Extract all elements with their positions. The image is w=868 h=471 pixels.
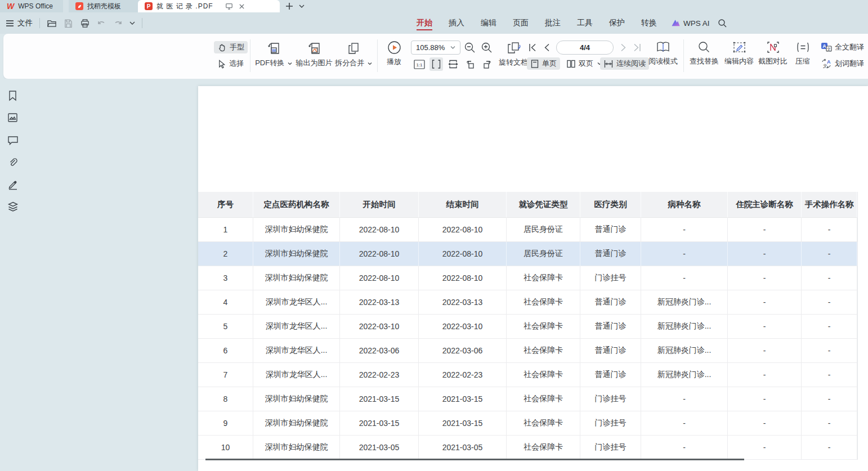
export-image-button[interactable]: 输出为图片 bbox=[294, 41, 334, 68]
thumbnail-icon[interactable] bbox=[7, 113, 18, 123]
edit-content-label: 编辑内容 bbox=[724, 56, 754, 66]
screenshot-compare-button[interactable]: 截图对比 bbox=[757, 41, 789, 66]
bookmark-icon[interactable] bbox=[7, 90, 18, 101]
table-cell: 新冠肺炎门诊... bbox=[641, 363, 728, 387]
tab-docer-templates[interactable]: 找稻壳模板 bbox=[69, 0, 142, 12]
pdf-convert-button[interactable]: W PDF转换 bbox=[256, 41, 292, 68]
actual-size-icon[interactable]: 1:1 bbox=[413, 57, 426, 71]
table-header-cell: 开始时间 bbox=[340, 192, 419, 218]
export-image-label: 输出为图片 bbox=[296, 58, 333, 68]
word-translate-button[interactable]: 文 A 划词翻译 bbox=[817, 57, 868, 70]
rotate-left-icon[interactable] bbox=[463, 57, 477, 71]
edit-content-button[interactable]: 编辑内容 bbox=[723, 41, 755, 66]
table-cell: - bbox=[802, 411, 857, 436]
first-page-icon[interactable] bbox=[528, 43, 537, 52]
table-row[interactable]: 6深圳市龙华区人...2022-03-062022-03-06社会保障卡普通门诊… bbox=[198, 339, 857, 363]
table-cell: 2022-03-10 bbox=[340, 315, 419, 339]
undo-icon[interactable] bbox=[97, 19, 106, 28]
ribbon-tab-5[interactable]: 工具 bbox=[577, 14, 593, 33]
undo-redo-chevron-icon[interactable] bbox=[129, 21, 135, 25]
read-mode-button[interactable]: 阅读模式 bbox=[647, 41, 679, 66]
tab-wps-office[interactable]: W WPS Office bbox=[0, 0, 63, 12]
page-number-input[interactable]: 4/4 bbox=[556, 41, 614, 55]
medical-record-table: 序号定点医药机构名称开始时间结束时间就诊凭证类型医疗类别病种名称住院主诊断名称手… bbox=[198, 192, 858, 460]
book-icon bbox=[656, 41, 670, 54]
file-menu-button[interactable]: 文件 bbox=[6, 18, 33, 28]
ribbon-tab-3[interactable]: 页面 bbox=[513, 14, 529, 33]
split-merge-button[interactable]: 拆分合并 bbox=[334, 41, 373, 68]
ribbon-tab-6[interactable]: 保护 bbox=[609, 14, 625, 33]
ribbon-tab-4[interactable]: 批注 bbox=[545, 14, 561, 33]
table-cell: 2022-03-10 bbox=[419, 315, 507, 339]
table-header-cell: 手术操作名称 bbox=[802, 192, 857, 218]
table-cell: - bbox=[641, 436, 728, 460]
zoom-level-combobox[interactable]: 105.88% bbox=[411, 41, 460, 55]
zoom-out-icon[interactable] bbox=[464, 42, 476, 53]
table-cell: 普通门诊 bbox=[580, 242, 641, 266]
wps-ai-button[interactable]: WPS AI bbox=[671, 19, 710, 28]
play-button[interactable]: 播放 bbox=[382, 41, 406, 67]
table-header-row: 序号定点医药机构名称开始时间结束时间就诊凭证类型医疗类别病种名称住院主诊断名称手… bbox=[198, 192, 857, 218]
open-folder-icon[interactable] bbox=[47, 19, 57, 28]
print-icon[interactable] bbox=[80, 19, 90, 28]
continuous-read-button[interactable]: 连续阅读 bbox=[600, 57, 649, 70]
single-page-button[interactable]: 单页 bbox=[527, 57, 560, 70]
table-row[interactable]: 4深圳市龙华区人...2022-03-132022-03-13社会保障卡普通门诊… bbox=[198, 290, 857, 315]
table-cell: 2021-03-05 bbox=[340, 436, 419, 460]
rotate-right-icon[interactable] bbox=[480, 57, 494, 71]
table-row[interactable]: 8深圳市妇幼保健院2021-03-152021-03-15社会保障卡门诊挂号--… bbox=[198, 387, 857, 411]
table-row[interactable]: 9深圳市妇幼保健院2021-03-152021-03-15社会保障卡门诊挂号--… bbox=[198, 411, 857, 436]
table-row[interactable]: 1深圳市妇幼保健院2022-08-102022-08-10居民身份证普通门诊--… bbox=[198, 218, 857, 242]
window-icon[interactable] bbox=[225, 3, 233, 10]
table-cell: - bbox=[728, 218, 802, 242]
previous-page-icon[interactable] bbox=[543, 43, 551, 52]
pdf-convert-icon: W bbox=[266, 41, 281, 56]
table-cell: 社会保障卡 bbox=[507, 315, 580, 339]
ribbon-tab-2[interactable]: 编辑 bbox=[481, 14, 496, 33]
hand-tool-button[interactable]: 手型 bbox=[214, 41, 248, 53]
last-page-icon[interactable] bbox=[633, 43, 642, 52]
find-replace-button[interactable]: 查找替换 bbox=[688, 41, 721, 66]
tab-list-chevron-icon[interactable] bbox=[299, 4, 305, 8]
ribbon-tab-1[interactable]: 插入 bbox=[449, 14, 464, 33]
table-cell: - bbox=[802, 387, 857, 411]
cursor-icon bbox=[217, 59, 226, 69]
fit-page-icon[interactable] bbox=[429, 57, 443, 71]
full-translate-button[interactable]: A 文 全文翻译 bbox=[817, 41, 867, 53]
save-icon[interactable] bbox=[64, 19, 73, 28]
layers-icon[interactable] bbox=[7, 201, 19, 213]
table-cell: 深圳市妇幼保健院 bbox=[253, 411, 340, 436]
table-cell: 社会保障卡 bbox=[507, 411, 580, 436]
double-page-button[interactable]: 双页 bbox=[563, 57, 605, 70]
screenshot-compare-icon bbox=[766, 41, 780, 54]
signature-pen-icon[interactable] bbox=[7, 178, 19, 191]
zoom-in-icon[interactable] bbox=[481, 42, 493, 53]
table-row[interactable]: 5深圳市龙华区人...2022-03-102022-03-10社会保障卡普通门诊… bbox=[198, 315, 857, 339]
read-mode-label: 阅读模式 bbox=[648, 56, 678, 66]
fit-width-icon[interactable] bbox=[446, 57, 460, 71]
comment-icon[interactable] bbox=[7, 135, 19, 145]
table-row[interactable]: 2深圳市妇幼保健院2022-08-102022-08-10居民身份证普通门诊--… bbox=[198, 242, 857, 266]
table-row[interactable]: 7深圳市龙华区人...2022-02-232022-02-23社会保障卡普通门诊… bbox=[198, 363, 857, 387]
hamburger-icon bbox=[6, 20, 14, 27]
rotate-document-button[interactable]: 旋转文档 bbox=[496, 41, 530, 68]
divider bbox=[377, 39, 378, 72]
table-row[interactable]: 3深圳市妇幼保健院2022-08-102022-08-10社会保障卡门诊挂号--… bbox=[198, 266, 857, 290]
tab-document-pdf[interactable]: P 就 医 记 录 .PDF bbox=[138, 0, 280, 12]
select-tool-button[interactable]: 选择 bbox=[214, 57, 247, 70]
table-cell: 2 bbox=[198, 242, 253, 266]
attachment-icon[interactable] bbox=[7, 157, 19, 168]
table-row[interactable]: 10深圳市妇幼保健院2021-03-052021-03-05社会保障卡门诊挂号-… bbox=[198, 436, 857, 460]
split-merge-label: 拆分合并 bbox=[335, 58, 372, 68]
new-tab-button[interactable] bbox=[285, 2, 294, 11]
tab-label: 找稻壳模板 bbox=[87, 2, 121, 11]
close-tab-icon[interactable] bbox=[239, 3, 245, 10]
redo-icon[interactable] bbox=[113, 19, 123, 28]
table-cell: 2021-03-15 bbox=[419, 387, 507, 411]
ribbon-tab-0[interactable]: 开始 bbox=[417, 14, 432, 33]
compress-button[interactable]: 压缩 bbox=[790, 41, 815, 66]
global-search-icon[interactable] bbox=[718, 19, 727, 28]
next-page-icon[interactable] bbox=[620, 43, 628, 52]
select-tool-label: 选择 bbox=[229, 59, 244, 69]
ribbon-tab-7[interactable]: 转换 bbox=[641, 14, 657, 33]
